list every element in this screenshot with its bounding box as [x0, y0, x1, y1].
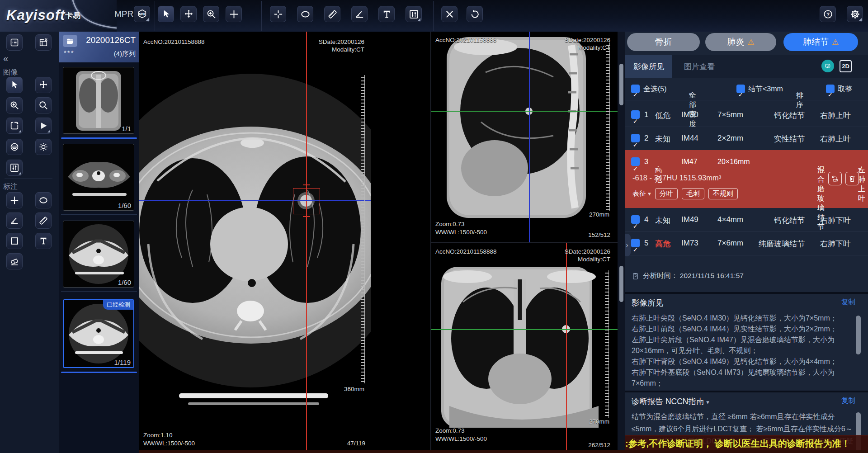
tab-findings[interactable]: 影像所见	[625, 55, 672, 78]
thumbnail-scout[interactable]: 1/1	[63, 67, 134, 134]
select-all-checkbox[interactable]: ✓	[631, 85, 640, 93]
ruler-tool-button[interactable]	[324, 6, 340, 22]
feature-dropdown[interactable]: 表征 ▾	[632, 189, 651, 198]
study-date: SDate:20200126	[565, 248, 610, 255]
nodule-row-4[interactable]: ✓ 4 未知 IM49 4×4mm 钙化结节 右肺下叶	[625, 208, 868, 232]
findings-scrollbar[interactable]	[856, 316, 861, 354]
sidebar-rotate-button[interactable]	[6, 118, 23, 134]
feature-tag[interactable]: 毛刺	[682, 188, 704, 199]
followup-button[interactable]	[828, 172, 842, 185]
mpr-layout-button[interactable]	[134, 6, 150, 22]
crosshair-horizontal-green[interactable]	[431, 111, 618, 112]
help-icon	[823, 9, 833, 19]
nodule-row-3-expanded[interactable]: ✓ 3 高危 ▾ IM47 20×16mm 混合磨玻璃结节 ▾ 左肺上叶 ▾ -…	[625, 150, 868, 208]
nodule-size: 4×4mm	[717, 215, 743, 224]
modality: Modality:CT	[578, 255, 610, 263]
nodule-image-no: IM49	[681, 215, 698, 224]
crosshair-tool-button[interactable]	[270, 6, 286, 22]
open-study-button[interactable]	[63, 35, 77, 47]
row-checkbox[interactable]: ✓	[631, 215, 640, 224]
series-list-button[interactable]	[6, 34, 23, 51]
angle-tool-button[interactable]	[351, 6, 368, 22]
nodule-row-2[interactable]: ✓ 2 未知 IM44 2×2mm 实性结节 右肺上叶	[625, 127, 868, 151]
panel-expander-handle[interactable]: ›	[625, 234, 631, 256]
delete-nodule-button[interactable]	[845, 172, 859, 185]
sidebar-cine-button[interactable]	[35, 118, 52, 134]
close-layout-button[interactable]	[35, 34, 52, 51]
thumbnail-axial-detected[interactable]: 已经检测 1/119	[63, 299, 134, 368]
collapse-sidebar-button[interactable]: «	[3, 53, 8, 64]
sidebar-pan-button[interactable]	[35, 77, 52, 93]
copy-findings-link[interactable]: 复制	[841, 297, 855, 307]
ellipse-tool-button[interactable]	[297, 6, 313, 22]
report-guideline-dropdown[interactable]: NCCN指南	[665, 397, 704, 406]
crosshair-horizontal-green[interactable]	[431, 329, 618, 330]
tab-image-view[interactable]: 图片查看	[676, 55, 723, 78]
help-button[interactable]	[820, 6, 836, 22]
small-nodule-checkbox[interactable]: ✓	[736, 85, 745, 93]
pointer-tool-button[interactable]	[158, 6, 174, 22]
sidebar-rectangle-button[interactable]	[6, 233, 23, 249]
row-checkbox[interactable]: ✓	[631, 110, 640, 119]
select-all-label[interactable]: 全选(5)	[643, 85, 667, 94]
sidebar-eraser-button[interactable]	[6, 253, 23, 269]
axial-viewport[interactable]: AccNO:202101158888 SDate:20200126 Modali…	[139, 32, 431, 453]
nodule-row-5[interactable]: ✓ 5 高危 IM73 7×6mm 纯磨玻璃结节 右肺下叶	[625, 231, 868, 255]
sidebar-crosshair-button[interactable]	[6, 192, 23, 208]
sidebar-window-preset-button[interactable]	[6, 139, 23, 155]
clear-annotations-button[interactable]	[441, 6, 458, 22]
sidebar-ruler-button[interactable]	[35, 212, 52, 229]
row-checkbox[interactable]: ✓	[631, 157, 640, 166]
crosshair-vertical-red[interactable]	[306, 32, 307, 453]
zoom-tool-button[interactable]	[203, 6, 219, 22]
sidebar-pointer-button[interactable]	[6, 77, 23, 93]
reset-button[interactable]	[467, 6, 483, 22]
sidebar-magnify-button[interactable]	[35, 97, 52, 113]
pan-tool-button[interactable]	[180, 6, 197, 22]
sidebar-ellipse-button[interactable]	[35, 192, 52, 208]
round-label[interactable]: 取整	[838, 85, 852, 94]
crosshair-vertical-red[interactable]	[566, 243, 567, 453]
series-header[interactable]: 20200126CT *** (4)序列	[59, 32, 139, 62]
sidebar-zoom-in-button[interactable]	[6, 97, 23, 113]
section-divider	[625, 292, 868, 294]
slice-index: 262/512	[588, 441, 610, 449]
copy-report-link[interactable]: 复制	[841, 396, 855, 406]
thumbnail-axial-lung[interactable]: 1/60	[63, 221, 134, 288]
text-annotation-button[interactable]	[378, 6, 395, 22]
sagittal-scrollbar[interactable]	[619, 64, 623, 105]
settings-button[interactable]	[847, 6, 863, 22]
sidebar-adjust-button[interactable]	[6, 160, 23, 176]
feedback-button[interactable]	[821, 60, 834, 72]
thumbnail-index: 1/1	[122, 125, 131, 132]
sagittal-viewport[interactable]: AccNO:202101158888 SDate:20200126 Modali…	[431, 32, 618, 242]
coronal-scrollbar[interactable]	[619, 266, 623, 302]
sidebar-brightness-button[interactable]	[35, 139, 52, 155]
mode-nodule-button[interactable]: 肺结节 ⚠	[783, 33, 858, 51]
nodule-row-1[interactable]: ✓ 1 低危 IM30 7×5mm 钙化结节 右肺上叶	[625, 103, 868, 127]
mode-pneumonia-button[interactable]: 肺炎 ⚠	[705, 33, 776, 51]
window-level-button[interactable]	[406, 6, 422, 22]
window-level: WW/WL:1500/-500	[435, 228, 487, 236]
mpr-mode-label: MPR	[114, 9, 133, 19]
disclaimer-marquee: :参考,不作诊断证明， 诊断以医生出具的诊断报告为准！	[625, 435, 868, 452]
sidebar-angle-button[interactable]	[6, 212, 23, 229]
thumbnail-axial-soft[interactable]: 1/60	[63, 144, 134, 211]
acc-number: AccNO:202101158888	[435, 36, 497, 44]
caret-down-icon: ▾	[858, 165, 861, 172]
crosshair-vertical-blue[interactable]	[529, 32, 530, 242]
coronal-viewport[interactable]: AccNO:202101158888 SDate:20200126 Modali…	[431, 243, 618, 453]
probe-tool-button[interactable]	[226, 6, 242, 22]
row-checkbox[interactable]: ✓	[631, 239, 640, 247]
crosshair-horizontal-blue[interactable]	[139, 200, 371, 201]
sidebar-text-button[interactable]	[35, 233, 52, 249]
nodule-roi-box[interactable]	[293, 188, 320, 214]
round-checkbox[interactable]: ✓	[826, 85, 835, 93]
small-nodule-label[interactable]: 结节<3mm	[748, 85, 783, 94]
feature-tag[interactable]: 分叶	[655, 188, 678, 199]
annotate-tools-label: 标注	[3, 182, 18, 192]
mode-fracture-button[interactable]: 骨折	[627, 33, 700, 51]
row-checkbox[interactable]: ✓	[631, 134, 640, 142]
2d-view-button[interactable]: 2D	[840, 60, 852, 72]
feature-tag[interactable]: 不规则	[708, 188, 738, 199]
